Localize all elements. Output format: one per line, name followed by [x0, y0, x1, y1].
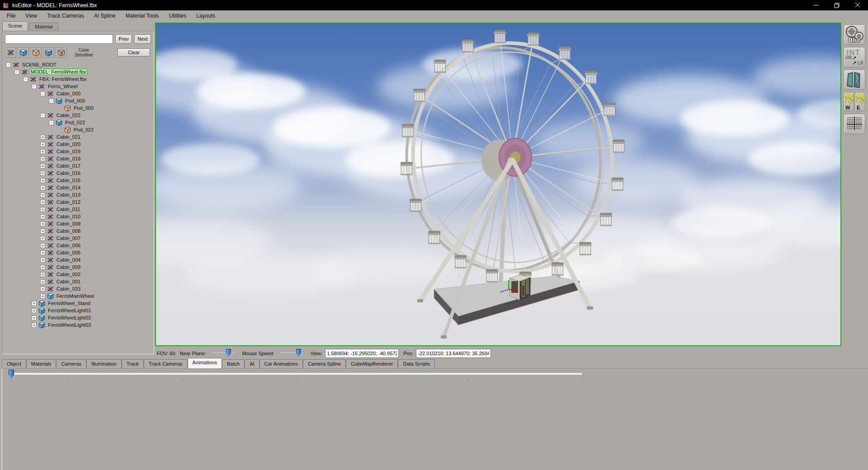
mirrors-button[interactable]	[844, 70, 865, 90]
wind-east-button[interactable]: E	[855, 92, 865, 111]
tab-cameras[interactable]: Cameras	[56, 359, 86, 368]
filter-axes-button[interactable]	[5, 47, 16, 58]
tree-expander[interactable]: -	[14, 70, 19, 75]
tree-item-cabin-012[interactable]: +Cabin_012	[5, 198, 151, 206]
tree-expander[interactable]: -	[32, 84, 37, 89]
tree-expander[interactable]: +	[40, 149, 45, 154]
tab-scene[interactable]: Scene	[2, 22, 28, 31]
minimize-button[interactable]	[806, 0, 826, 10]
tree-item-cabin-004[interactable]: +Cabin_004	[5, 256, 151, 263]
tree-item-cabin-019[interactable]: +Cabin_019	[5, 148, 151, 155]
tree-expander[interactable]: +	[40, 243, 45, 248]
tree-item-cabin-016[interactable]: +Cabin_016	[5, 169, 151, 177]
tab-material[interactable]: Material	[29, 23, 58, 31]
tree-expander[interactable]: -	[6, 62, 11, 67]
tree-expander[interactable]: +	[40, 156, 45, 161]
tab-track-cameras[interactable]: Track Cameras	[144, 359, 188, 368]
tree-expander[interactable]: +	[40, 200, 45, 205]
blur-button[interactable]: Blur	[844, 24, 865, 45]
tree-item-cabin-011[interactable]: +Cabin_011	[5, 206, 151, 213]
tree-item-fbx-ferriswheel-fbx[interactable]: -FBX: FerrisWheel.fbx	[5, 75, 151, 83]
view-input[interactable]	[325, 349, 399, 358]
tree-expander[interactable]: +	[40, 207, 45, 212]
next-button[interactable]: Next	[134, 34, 151, 44]
restore-button[interactable]	[826, 0, 847, 10]
tree-item-ferrismainwheel[interactable]: +FerrisMainWheel	[5, 292, 151, 300]
tree-expander[interactable]: +	[40, 229, 45, 234]
filter-mesh-button[interactable]	[18, 47, 29, 58]
tree-item-cabin-014[interactable]: +Cabin_014	[5, 184, 151, 191]
tree-item-pod-022[interactable]: -Pod_022	[5, 119, 151, 126]
tree-item-cabin-000[interactable]: -Cabin_000	[5, 90, 151, 97]
tree-expander[interactable]: +	[32, 323, 37, 328]
tree-expander[interactable]: +	[40, 294, 45, 299]
tree-expander[interactable]: +	[40, 287, 45, 291]
tree-item-pod-022[interactable]: Pod_022	[5, 126, 151, 133]
tree-item-cabin-020[interactable]: +Cabin_020	[5, 141, 151, 148]
near-plane-slider-thumb[interactable]	[226, 349, 231, 357]
tree-item-cabin-001[interactable]: +Cabin_001	[5, 278, 151, 285]
tree-expander[interactable]: +	[40, 279, 45, 284]
tree-item-cabin-021[interactable]: +Cabin_021	[5, 133, 151, 141]
tree-expander[interactable]: +	[40, 272, 45, 277]
viewport-3d[interactable]	[155, 23, 841, 346]
tree-expander[interactable]: +	[32, 301, 37, 306]
tab-ai[interactable]: AI	[245, 359, 259, 368]
tree-expander[interactable]: -	[49, 99, 54, 103]
tree-expander[interactable]: -	[49, 120, 54, 125]
tree-item-cabin-003[interactable]: +Cabin_003	[5, 263, 151, 271]
tree-expander[interactable]: -	[40, 91, 45, 96]
tree-item-cabin-002[interactable]: +Cabin_002	[5, 271, 151, 278]
menu-material-tools[interactable]: Material Tools	[121, 10, 164, 21]
tree-expander[interactable]: +	[40, 214, 45, 219]
tree-expander[interactable]: +	[40, 193, 45, 197]
tree-item-cabin-009[interactable]: +Cabin_009	[5, 220, 151, 227]
tree-item-cabin-006[interactable]: +Cabin_006	[5, 242, 151, 249]
animation-timeline[interactable]	[2, 369, 868, 384]
timeline-groove[interactable]	[9, 372, 583, 376]
tree-expander[interactable]: +	[40, 178, 45, 183]
tree-item-scene-root[interactable]: -SCENE_ROOT	[5, 61, 151, 68]
tree-expander[interactable]: +	[40, 135, 45, 140]
tab-track[interactable]: Track	[122, 359, 144, 368]
timeline-thumb[interactable]	[9, 370, 14, 378]
tree-expander[interactable]: -	[23, 77, 28, 82]
menu-utilities[interactable]: Utilities	[164, 10, 192, 21]
search-input[interactable]	[5, 34, 113, 44]
tree-item-ferriswheellight02[interactable]: +FerrisWheelLight02	[5, 314, 151, 321]
menu-ai-spline[interactable]: AI Spline	[89, 10, 121, 21]
tree-item-cabin-007[interactable]: +Cabin_007	[5, 235, 151, 242]
filter-skinned-button[interactable]	[43, 47, 54, 58]
filter-skinned-alt-button[interactable]	[56, 47, 67, 58]
tree-expander[interactable]: +	[40, 171, 45, 176]
menu-track-cameras[interactable]: Track Cameras	[42, 10, 89, 21]
tree-expander[interactable]: +	[40, 185, 45, 190]
tree-expander[interactable]: -	[40, 113, 45, 118]
menu-file[interactable]: File	[2, 10, 20, 21]
tree-item-model-ferriswheel-fbx[interactable]: -MODEL: FerrisWheel.fbx	[5, 68, 151, 75]
tree-item-cabin-010[interactable]: +Cabin_010	[5, 213, 151, 220]
tree-item-ferriswheellight03[interactable]: +FerrisWheelLight03	[5, 321, 151, 329]
tree-expander[interactable]: +	[32, 315, 37, 320]
tab-object[interactable]: Object	[2, 359, 26, 368]
tab-car-animations[interactable]: Car Animations	[259, 359, 303, 368]
tab-illumination[interactable]: Illumination	[86, 359, 122, 368]
tree-expander[interactable]: +	[40, 221, 45, 226]
clear-button[interactable]: Clear	[118, 48, 150, 56]
tree-expander[interactable]: +	[40, 236, 45, 241]
tree-item-pod-000[interactable]: -Pod_000	[5, 97, 151, 104]
filter-mesh-alt-button[interactable]	[30, 47, 42, 58]
tab-materials[interactable]: Materials	[26, 359, 57, 368]
tree-item-cabin-023[interactable]: +Cabin_023	[5, 285, 151, 292]
tree-expander[interactable]: +	[32, 308, 37, 313]
grid-button[interactable]	[844, 114, 865, 134]
tree-item-pod-000[interactable]: Pod_000	[5, 104, 151, 112]
tree-item-ferriswheellight01[interactable]: +FerrisWheelLight01	[5, 307, 151, 314]
pos-input[interactable]	[416, 349, 491, 358]
tree-item-cabin-005[interactable]: +Cabin_005	[5, 249, 151, 256]
tab-data-scripts[interactable]: Data Scripts	[398, 359, 435, 368]
tree-expander[interactable]: +	[40, 265, 45, 270]
tree-expander[interactable]: +	[40, 258, 45, 263]
prev-button[interactable]: Prev	[115, 34, 132, 44]
menu-layouts[interactable]: Layouts	[191, 10, 220, 21]
